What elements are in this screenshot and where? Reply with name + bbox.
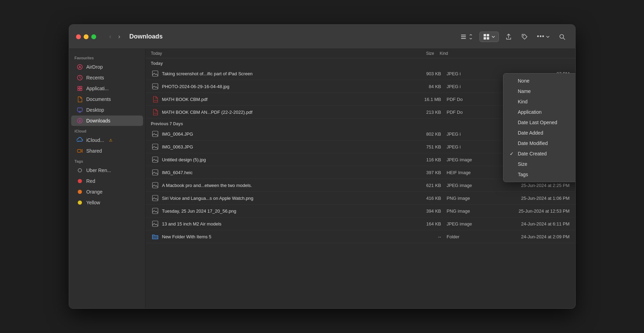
sidebar-item-recents[interactable]: Recents (71, 72, 143, 83)
file-kind: JPEG i (441, 131, 493, 137)
file-name: PHOTO-2024-06-29-16-04-48.jpg (151, 82, 407, 91)
file-size: 116 KB (407, 157, 441, 162)
icloud-icon (77, 137, 83, 143)
page-title: Downloads (129, 33, 453, 40)
file-date: 25-Jun-2024 at 2:25 PM (493, 183, 570, 188)
sidebar-item-icloud[interactable]: iCloud... ⚠ (71, 135, 143, 145)
file-icon-image (151, 143, 159, 151)
dropdown-label-date_last_opened: Date Last Opened (518, 120, 558, 125)
file-name: Siri Voice and Langua...s on Apple Watch… (151, 194, 407, 202)
content-area: Favourites AirDrop Recents (69, 49, 575, 308)
file-kind: PDF Do (441, 110, 493, 115)
search-icon (559, 33, 566, 40)
dropdown-item-kind[interactable]: Kind (503, 96, 575, 107)
svg-rect-23 (152, 182, 158, 188)
file-size: -- (407, 234, 441, 239)
file-size: 751 KB (407, 144, 441, 150)
file-name: Tuesday, 25 Jun 2024 17_20_56.png (151, 207, 407, 215)
dropdown-item-name[interactable]: Name (503, 86, 575, 96)
tag-orange-icon (77, 189, 83, 195)
file-date: 24-Jun-2024 at 2:09 PM (493, 234, 570, 239)
file-size: 802 KB (407, 131, 441, 137)
tag-yellow-icon (77, 199, 83, 206)
file-name: Untitled design (5).jpg (151, 155, 407, 164)
file-icon-image (151, 220, 159, 228)
applications-label: Applicati... (86, 86, 109, 91)
close-button[interactable] (76, 34, 81, 39)
file-name: IMG_0064.JPG (151, 130, 407, 138)
dropdown-item-date_created[interactable]: ✓Date Created (503, 148, 575, 159)
sidebar-item-uber[interactable]: Uber Ren... (71, 165, 143, 176)
sidebar-item-airdrop[interactable]: AirDrop (71, 62, 143, 72)
file-icon-folder (151, 232, 159, 241)
file-icon-image (151, 181, 159, 189)
share-button[interactable] (502, 31, 515, 42)
sidebar-item-red[interactable]: Red (71, 176, 143, 186)
file-kind: JPEG image (441, 157, 493, 162)
shared-icon (77, 148, 83, 154)
check-date_created: ✓ (510, 151, 515, 156)
svg-text:PDF: PDF (154, 112, 158, 114)
dropdown-item-none[interactable]: None (503, 76, 575, 86)
desktop-icon (77, 107, 83, 113)
file-size: 164 KB (407, 221, 441, 227)
sidebar: Favourites AirDrop Recents (69, 49, 145, 308)
dropdown-item-date_last_opened[interactable]: Date Last Opened (503, 117, 575, 128)
sidebar-item-shared[interactable]: Shared (71, 146, 143, 156)
table-row[interactable]: 13 and 15 inch M2 Air models 164 KB JPEG… (145, 217, 575, 230)
maximize-button[interactable] (91, 34, 96, 39)
group-view-button[interactable] (479, 32, 499, 42)
file-date: 24-Jun-2024 at 6:11 PM (493, 221, 570, 227)
svg-rect-15 (152, 71, 158, 76)
sidebar-item-orange[interactable]: Orange (71, 187, 143, 197)
dropdown-item-tags[interactable]: Tags (503, 169, 575, 180)
file-kind: PNG image (441, 208, 493, 214)
svg-rect-0 (461, 35, 466, 35)
file-icon-image (151, 207, 159, 215)
file-kind: JPEG i (441, 84, 493, 89)
file-date: 25-Jun-2024 at 12:53 PM (493, 208, 570, 214)
file-size: 397 KB (407, 170, 441, 175)
table-row[interactable]: New Folder With Items 5 -- Folder 24-Jun… (145, 230, 575, 243)
file-size: 213 KB (407, 110, 441, 115)
file-kind: PDF Do (441, 97, 493, 102)
downloads-label: Downloads (86, 118, 110, 123)
sidebar-item-desktop[interactable]: Desktop (71, 105, 143, 115)
back-button[interactable]: ‹ (107, 32, 114, 42)
file-icon-image (151, 69, 159, 78)
dropdown-item-application[interactable]: Application (503, 107, 575, 117)
minimize-button[interactable] (84, 34, 89, 39)
col-kind: Kind (434, 51, 486, 56)
table-row[interactable]: Tuesday, 25 Jun 2024 17_20_56.png 394 KB… (145, 205, 575, 217)
list-sort-icon (468, 34, 473, 39)
search-button[interactable] (556, 31, 568, 42)
more-button[interactable]: ••• (534, 31, 552, 42)
dropdown-label-kind: Kind (518, 99, 528, 104)
file-kind: PNG image (441, 196, 493, 201)
dropdown-item-date_modified[interactable]: Date Modified (503, 138, 575, 148)
svg-rect-1 (461, 36, 466, 37)
airdrop-icon (77, 64, 83, 70)
file-name: PDF MATH BOOK CBM.pdf (151, 95, 407, 103)
file-icon-image (151, 168, 159, 177)
sidebar-item-applications[interactable]: Applicati... (71, 83, 143, 94)
grid-icon (483, 34, 490, 40)
dropdown-label-date_added: Date Added (518, 130, 543, 136)
file-icon-image (151, 82, 159, 91)
more-chevron-icon (546, 35, 550, 39)
table-row[interactable]: Siri Voice and Langua...s on Apple Watch… (145, 192, 575, 205)
group-by-dropdown: NoneNameKindApplicationDate Last OpenedD… (503, 73, 575, 182)
sidebar-item-yellow[interactable]: Yellow (71, 197, 143, 208)
file-kind: JPEG image (441, 221, 493, 227)
svg-rect-24 (152, 195, 158, 201)
dropdown-item-size[interactable]: Size (503, 159, 575, 169)
toolbar-actions: ••• (457, 31, 568, 42)
dropdown-item-date_added[interactable]: Date Added (503, 128, 575, 138)
svg-rect-21 (152, 157, 158, 162)
tag-button[interactable] (518, 31, 531, 42)
forward-button[interactable]: › (116, 32, 123, 42)
svg-rect-6 (487, 37, 489, 40)
sidebar-item-downloads[interactable]: Downloads (71, 116, 143, 126)
list-view-button[interactable] (457, 31, 476, 42)
sidebar-item-documents[interactable]: Documents (71, 94, 143, 104)
